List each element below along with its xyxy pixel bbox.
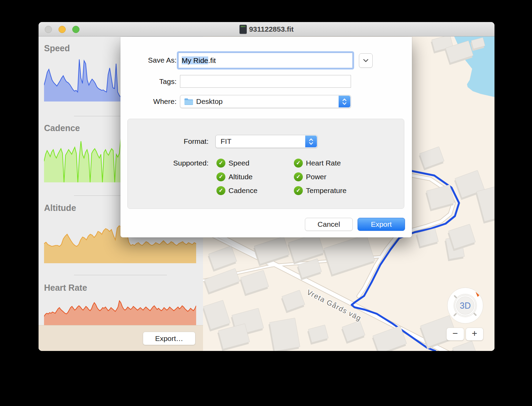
where-label: Where:: [123, 95, 177, 108]
supported-item-label: Speed: [228, 159, 249, 167]
format-options-panel: Format: FIT Supported: ✓Speed✓Altitude✓C…: [127, 119, 404, 209]
filename-input[interactable]: My Ride.fit: [178, 53, 353, 68]
check-circle-icon: ✓: [216, 172, 225, 181]
divider: [74, 275, 167, 275]
tags-label: Tags:: [123, 75, 177, 88]
format-selected-value: FIT: [221, 135, 232, 148]
supported-label: Supported:: [157, 158, 209, 168]
heart-rate-chart: [44, 294, 196, 325]
filename-extension-text: .fit: [208, 56, 216, 64]
compass-3d-label: 3D: [460, 301, 471, 310]
sidebar-bottom-bar: Export…: [39, 325, 203, 351]
supported-column-1: ✓Speed✓Altitude✓Cadence: [216, 156, 257, 197]
check-circle-icon: ✓: [216, 186, 225, 195]
chart-label-heart-rate: Heart Rate: [44, 283, 196, 293]
filename-selected-text: My Ride: [182, 56, 208, 64]
check-circle-icon: ✓: [216, 159, 225, 168]
where-select[interactable]: Desktop: [180, 95, 351, 108]
save-as-label: Save As:: [123, 53, 177, 68]
format-select[interactable]: FIT: [215, 135, 318, 148]
supported-item-label: Power: [306, 173, 327, 181]
cancel-button[interactable]: Cancel: [305, 218, 353, 231]
supported-item: ✓Altitude: [216, 170, 257, 184]
check-circle-icon: ✓: [294, 172, 303, 181]
supported-item-label: Altitude: [228, 173, 253, 181]
supported-item: ✓Power: [294, 170, 347, 184]
supported-item-label: Temperature: [306, 186, 347, 195]
supported-item: ✓Heart Rate: [294, 156, 347, 170]
chevron-down-icon: [363, 59, 369, 62]
stepper-chevrons-icon: [339, 96, 350, 107]
where-selected-value: Desktop: [196, 95, 223, 108]
app-window: Speed Cadence Altitude Heart Rate Export…: [39, 22, 494, 351]
save-dialog-sheet: Save As: My Ride.fit Tags: Where: Deskto…: [120, 37, 412, 237]
supported-item: ✓Speed: [216, 156, 257, 170]
supported-item-label: Cadence: [228, 186, 257, 195]
export-open-dialog-button[interactable]: Export…: [143, 332, 195, 345]
compass-3d-button[interactable]: 3D: [446, 286, 485, 325]
folder-icon: [184, 98, 193, 105]
check-circle-icon: ✓: [294, 159, 303, 168]
expand-dialog-button[interactable]: [359, 53, 373, 68]
stepper-chevrons-icon: [305, 136, 317, 147]
format-label: Format:: [157, 135, 209, 148]
export-button[interactable]: Export: [358, 218, 405, 231]
window-title: 931122853.fit: [249, 25, 294, 33]
map-zoom-in-button[interactable]: +: [466, 328, 483, 341]
supported-column-2: ✓Heart Rate✓Power✓Temperature: [294, 156, 347, 197]
map-zoom-out-button[interactable]: −: [446, 328, 464, 341]
document-icon: [240, 25, 247, 34]
check-circle-icon: ✓: [294, 186, 303, 195]
tags-input[interactable]: [180, 75, 351, 88]
titlebar: 931122853.fit: [39, 22, 494, 36]
supported-item: ✓Cadence: [216, 184, 257, 197]
supported-item-label: Heart Rate: [306, 159, 341, 167]
chart-block-heart-rate: Heart Rate: [44, 283, 196, 293]
supported-item: ✓Temperature: [294, 184, 347, 197]
